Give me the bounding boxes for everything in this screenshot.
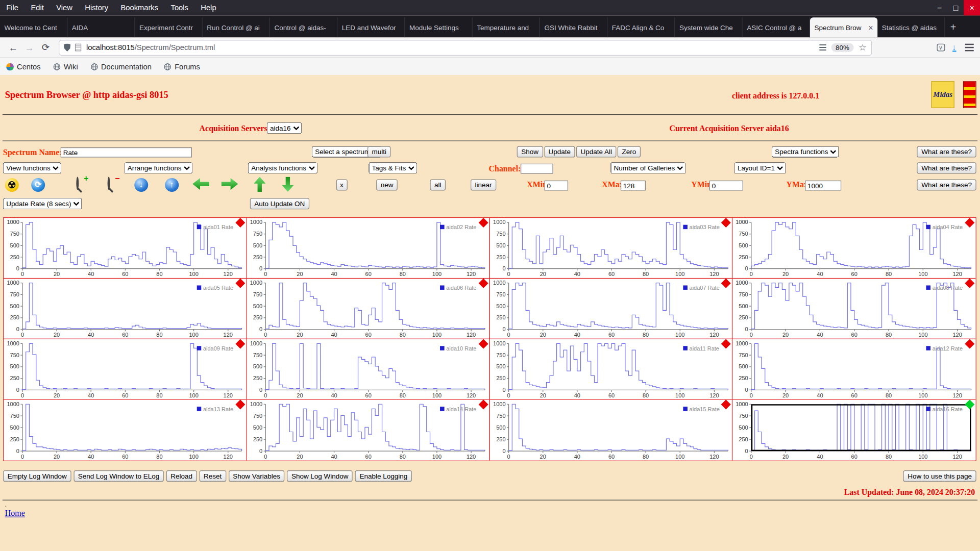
- spectrum-cell-aida08[interactable]: 10007505002500020406080100120aida08 Rate: [732, 279, 975, 339]
- analysis-functions-dropdown[interactable]: Analysis functions: [248, 162, 317, 173]
- tags-fits-dropdown[interactable]: Tags & Fits: [369, 162, 416, 173]
- spectrum-cell-aida13[interactable]: 10007505002500020406080100120aida13 Rate: [4, 400, 247, 461]
- xmax-input[interactable]: [621, 181, 646, 191]
- xmin-input[interactable]: [545, 181, 569, 191]
- spectrum-name-input[interactable]: [61, 147, 192, 158]
- save-to-pocket-icon[interactable]: ∨: [937, 44, 945, 52]
- tab-5[interactable]: Control @ aidas-: [270, 17, 337, 37]
- acquisition-server-dropdown[interactable]: aida16: [267, 122, 302, 134]
- tab-10[interactable]: FADC Align & Co: [607, 17, 675, 37]
- tab-3[interactable]: Experiment Contr: [135, 17, 202, 37]
- bookmark-wiki[interactable]: Wiki: [53, 62, 78, 71]
- spectrum-cell-aida06[interactable]: 10007505002500020406080100120aida06 Rate: [247, 279, 489, 339]
- new-button[interactable]: new: [376, 179, 398, 190]
- zero-button[interactable]: Zero: [618, 146, 641, 158]
- bookmark-centos[interactable]: Centos: [6, 62, 40, 71]
- radiation-icon[interactable]: ☢: [5, 178, 19, 192]
- ymin-input[interactable]: [709, 181, 743, 191]
- zoom-in-icon[interactable]: +: [76, 177, 79, 190]
- close-button[interactable]: ×: [964, 0, 980, 16]
- tab-close-icon[interactable]: ×: [868, 23, 873, 32]
- menu-icon[interactable]: [965, 47, 974, 48]
- all-button[interactable]: all: [430, 179, 446, 190]
- url-bar[interactable]: localhost:8015/Spectrum/Spectrum.tml 80%…: [59, 40, 871, 56]
- spectrum-cell-aida04[interactable]: 10007505002500020406080100120aida04 Rate: [732, 218, 975, 279]
- refresh-icon[interactable]: ⟳: [31, 178, 45, 192]
- tab-6[interactable]: LED and Wavefor: [337, 17, 405, 37]
- maximize-button[interactable]: □: [947, 0, 964, 16]
- empty-log-window-button[interactable]: Empty Log Window: [3, 470, 71, 482]
- reload-button[interactable]: Reload: [166, 470, 197, 482]
- auto-update-button[interactable]: Auto Update ON: [250, 198, 309, 209]
- tab-12[interactable]: ASIC Control @ a: [743, 17, 810, 37]
- tab-9[interactable]: GSI White Rabbit: [540, 17, 607, 37]
- page-info-icon[interactable]: [75, 44, 81, 52]
- arrange-functions-dropdown[interactable]: Arrange functions: [125, 162, 192, 173]
- tab-14[interactable]: Statistics @ aidas: [877, 17, 945, 37]
- show-log-window-button[interactable]: Show Log Window: [287, 470, 353, 482]
- minimize-button[interactable]: −: [931, 0, 947, 16]
- menu-view[interactable]: View: [50, 0, 79, 16]
- enable-logging-button[interactable]: Enable Logging: [355, 470, 412, 482]
- tab-4[interactable]: Run Control @ ai: [203, 17, 270, 37]
- reload-icon[interactable]: ⟳: [37, 42, 54, 53]
- forward-icon[interactable]: →: [21, 42, 38, 53]
- spectrum-cell-aida12[interactable]: 10007505002500020406080100120aida12 Rate: [732, 339, 975, 400]
- channel-input[interactable]: [521, 164, 553, 174]
- linear-button[interactable]: linear: [471, 179, 496, 190]
- spectrum-cell-aida09[interactable]: 10007505002500020406080100120aida09 Rate: [4, 339, 247, 400]
- spectrum-cell-aida15[interactable]: 10007505002500020406080100120aida15 Rate: [489, 400, 732, 461]
- spectrum-cell-aida10[interactable]: 10007505002500020406080100120aida10 Rate: [247, 339, 489, 400]
- home-link[interactable]: Home: [5, 509, 25, 519]
- spectrum-cell-aida11[interactable]: 10007505002500020406080100120aida11 Rate: [489, 339, 732, 400]
- reader-mode-icon[interactable]: [819, 44, 826, 51]
- view-functions-dropdown[interactable]: View functions: [3, 162, 61, 173]
- spectrum-cell-aida16[interactable]: 10007505002500020406080100120aida16 Rate: [732, 400, 975, 461]
- zoom-out-icon[interactable]: −: [108, 177, 110, 190]
- menu-tools[interactable]: Tools: [164, 0, 194, 16]
- tab-1[interactable]: Welcome to Cent: [0, 17, 67, 37]
- scroll-down-icon[interactable]: ↓: [134, 178, 148, 192]
- how-to-use-button[interactable]: How to use this page: [903, 470, 976, 482]
- url-text[interactable]: localhost:8015/Spectrum/Spectrum.tml: [86, 43, 215, 52]
- tab-13[interactable]: Spectrum Brow×: [810, 17, 877, 37]
- spectrum-cell-aida01[interactable]: 10007505002500020406080100120aida01 Rate: [4, 218, 247, 279]
- show-variables-button[interactable]: Show Variables: [229, 470, 285, 482]
- update-button[interactable]: Update: [544, 146, 575, 158]
- spectrum-cell-aida03[interactable]: 10007505002500020406080100120aida03 Rate: [489, 218, 732, 279]
- back-icon[interactable]: ←: [5, 42, 21, 53]
- tab-7[interactable]: Module Settings: [405, 17, 472, 37]
- downloads-icon[interactable]: ↓: [952, 43, 957, 52]
- menu-bookmarks[interactable]: Bookmarks: [114, 0, 164, 16]
- x-button[interactable]: x: [336, 179, 347, 190]
- update-all-button[interactable]: Update All: [576, 146, 617, 158]
- spectrum-cell-aida07[interactable]: 10007505002500020406080100120aida07 Rate: [489, 279, 732, 339]
- what-are-these-button[interactable]: What are these?: [917, 179, 976, 190]
- menu-help[interactable]: Help: [194, 0, 223, 16]
- number-of-galleries-dropdown[interactable]: Number of Galleries: [610, 162, 685, 173]
- zoom-level-badge[interactable]: 80%: [831, 43, 853, 52]
- show-button[interactable]: Show: [517, 146, 543, 158]
- new-tab-button[interactable]: +: [945, 17, 961, 37]
- reset-button[interactable]: Reset: [199, 470, 226, 482]
- spectrum-cell-aida02[interactable]: 10007505002500020406080100120aida02 Rate: [247, 218, 489, 279]
- pan-down-icon[interactable]: [282, 177, 293, 192]
- update-rate-dropdown[interactable]: Update Rate (8 secs): [3, 198, 82, 209]
- bookmark-forums[interactable]: Forums: [164, 62, 200, 71]
- menu-edit[interactable]: Edit: [24, 0, 50, 16]
- what-are-these-button[interactable]: What are these?: [917, 146, 976, 158]
- bookmark-documentation[interactable]: Documentation: [90, 62, 152, 71]
- spectra-functions-dropdown[interactable]: Spectra functions: [772, 146, 839, 158]
- pan-right-icon[interactable]: [221, 178, 238, 190]
- pan-left-icon[interactable]: [192, 178, 209, 190]
- tab-8[interactable]: Temperature and: [473, 17, 540, 37]
- pan-up-icon[interactable]: [254, 177, 265, 192]
- what-are-these-button[interactable]: What are these?: [917, 162, 976, 173]
- tab-11[interactable]: System wide Che: [675, 17, 742, 37]
- scroll-up-icon[interactable]: ↑: [165, 178, 179, 192]
- ymax-input[interactable]: [805, 181, 841, 191]
- multi-button[interactable]: multi: [368, 146, 391, 158]
- spectrum-cell-aida14[interactable]: 10007505002500020406080100120aida14 Rate: [247, 400, 489, 461]
- menu-history[interactable]: History: [79, 0, 114, 16]
- bookmark-star-icon[interactable]: ☆: [859, 42, 866, 53]
